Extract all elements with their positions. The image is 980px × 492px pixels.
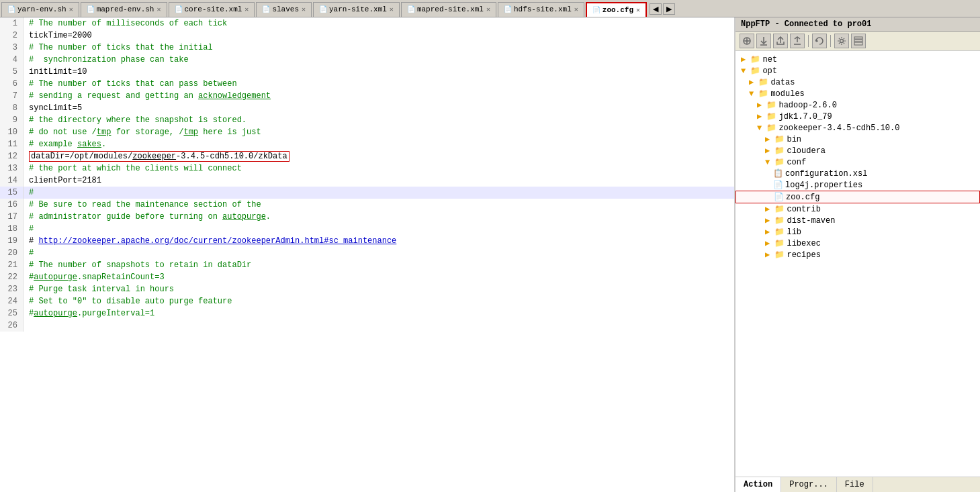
right-panel-header: NppFTP - Connected to pro01 xyxy=(736,17,980,32)
tab-nav-left[interactable]: ◀ xyxy=(650,3,662,15)
tab-label: Progr... xyxy=(789,480,828,489)
line-number: 12 xyxy=(0,150,24,162)
line-number: 17 xyxy=(0,211,24,223)
line-20: 20 # xyxy=(0,247,734,259)
line-text: # xyxy=(24,187,34,199)
tab-yarn-env[interactable]: 📄 yarn-env.sh ✕ xyxy=(1,2,79,17)
file-icon: 📄 xyxy=(87,5,95,13)
tab-close-icon[interactable]: ✕ xyxy=(486,5,490,13)
table-button[interactable] xyxy=(851,34,866,48)
file-icon: 📄 xyxy=(773,180,783,190)
tab-close-icon[interactable]: ✕ xyxy=(390,5,394,13)
line-number: 15 xyxy=(0,187,24,199)
file-tree[interactable]: ▶ 📁 net ▼ 📁 opt ▶ 📁 datas ▼ 📁 modules xyxy=(736,51,980,477)
tree-item-label: modules xyxy=(770,89,804,99)
line-text: # http://zookeeper.apache.org/doc/curren… xyxy=(24,235,396,247)
line-text: # The number of snapshots to retain in d… xyxy=(24,259,251,271)
tree-item-bin[interactable]: ▶ 📁 bin xyxy=(736,134,980,145)
tab-close-icon[interactable]: ✕ xyxy=(574,5,578,13)
line-number: 14 xyxy=(0,175,24,187)
line-13: 13 # the port at which the clients will … xyxy=(0,162,734,175)
tree-item-cloudera[interactable]: ▶ 📁 cloudera xyxy=(736,145,980,156)
panel-title: NppFTP - Connected to pro01 xyxy=(741,19,871,29)
tab-mapred-env[interactable]: 📄 mapred-env.sh ✕ xyxy=(81,2,167,17)
tab-label: mapred-site.xml xyxy=(417,5,484,13)
tree-item-contrib[interactable]: ▶ 📁 contrib xyxy=(736,203,980,215)
tab-action[interactable]: Action xyxy=(736,477,781,492)
line-23: 23 # Purge task interval in hours xyxy=(0,283,734,295)
line-25: 25 #autopurge.purgeInterval=1 xyxy=(0,307,734,319)
folder-icon: ▶ 📁 xyxy=(741,54,760,64)
tree-item-zoo-cfg[interactable]: 📄 zoo.cfg xyxy=(736,191,980,203)
svg-rect-11 xyxy=(854,42,862,45)
line-15: 15 # xyxy=(0,187,734,199)
tab-mapred-site[interactable]: 📄 mapred-site.xml ✕ xyxy=(401,2,496,17)
svg-rect-10 xyxy=(854,40,862,42)
tab-core-site[interactable]: 📄 core-site.xml ✕ xyxy=(169,2,255,17)
connect-button[interactable] xyxy=(740,34,754,48)
tab-progr[interactable]: Progr... xyxy=(781,477,837,492)
line-number: 6 xyxy=(0,78,24,90)
tree-item-net[interactable]: ▶ 📁 net xyxy=(736,54,980,65)
tree-item-modules[interactable]: ▼ 📁 modules xyxy=(736,88,980,99)
tab-close-icon[interactable]: ✕ xyxy=(636,6,640,14)
line-text: # sending a request and getting an ackno… xyxy=(24,90,271,102)
file-icon: 📄 xyxy=(319,5,327,13)
tree-item-recipes[interactable]: ▶ 📁 recipes xyxy=(736,249,980,260)
line-6: 6 # The number of ticks that can pass be… xyxy=(0,78,734,90)
tab-nav-right[interactable]: ▶ xyxy=(663,3,675,15)
line-text xyxy=(24,319,34,332)
upload-folder-button[interactable] xyxy=(773,34,788,48)
line-text: # do not use /tmp for storage, /tmp here… xyxy=(24,126,261,138)
tab-hdfs-site[interactable]: 📄 hdfs-site.xml ✕ xyxy=(498,2,584,17)
toolbar-divider xyxy=(808,35,809,47)
refresh-button[interactable] xyxy=(812,34,827,48)
folder-icon: ▶ 📁 xyxy=(765,204,785,214)
tree-item-jdk[interactable]: ▶ 📁 jdk1.7.0_79 xyxy=(736,111,980,122)
tree-item-lib[interactable]: ▶ 📁 lib xyxy=(736,226,980,238)
line-12: 12 dataDir=/opt/modules/zookeeper-3.4.5-… xyxy=(0,150,734,162)
tree-item-label: contrib xyxy=(787,205,820,214)
svg-point-8 xyxy=(840,40,844,43)
main-area: 1 # The number of milliseconds of each t… xyxy=(0,17,980,492)
xml-file-icon: 📋 xyxy=(773,168,783,179)
folder-icon: ▼ 📁 xyxy=(765,157,785,167)
tab-slaves[interactable]: 📄 slaves ✕ xyxy=(256,2,312,17)
upload-button[interactable] xyxy=(790,34,805,48)
editor-area[interactable]: 1 # The number of milliseconds of each t… xyxy=(0,17,735,492)
tab-label: zoo.cfg xyxy=(603,6,633,14)
line-8: 8 syncLimit=5 xyxy=(0,102,734,114)
tree-item-log4j[interactable]: 📄 log4j.properties xyxy=(736,179,980,191)
tree-item-label: zookeeper-3.4.5-cdh5.10.0 xyxy=(778,124,899,133)
tab-file[interactable]: File xyxy=(837,477,873,492)
tree-item-configuration-xsl[interactable]: 📋 configuration.xsl xyxy=(736,168,980,179)
tree-item-libexec[interactable]: ▶ 📁 libexec xyxy=(736,238,980,249)
line-19: 19 # http://zookeeper.apache.org/doc/cur… xyxy=(0,235,734,247)
bottom-tabs: Action Progr... File xyxy=(736,477,980,492)
folder-icon: ▼ 📁 xyxy=(741,66,760,76)
tree-item-datas[interactable]: ▶ 📁 datas xyxy=(736,77,980,88)
tab-close-icon[interactable]: ✕ xyxy=(69,5,73,13)
tab-label: File xyxy=(845,480,864,489)
tab-close-icon[interactable]: ✕ xyxy=(157,5,161,13)
tree-item-dist-maven[interactable]: ▶ 📁 dist-maven xyxy=(736,215,980,226)
line-text: # the port at which the clients will con… xyxy=(24,162,242,175)
line-number: 23 xyxy=(0,283,24,295)
download-button[interactable] xyxy=(756,34,771,48)
line-10: 10 # do not use /tmp for storage, /tmp h… xyxy=(0,126,734,138)
tab-yarn-site[interactable]: 📄 yarn-site.xml ✕ xyxy=(313,2,400,17)
tree-item-conf[interactable]: ▼ 📁 conf xyxy=(736,156,980,168)
settings-button[interactable] xyxy=(834,34,849,48)
tree-item-label: jdk1.7.0_79 xyxy=(778,112,832,121)
tab-close-icon[interactable]: ✕ xyxy=(302,5,306,13)
line-number: 22 xyxy=(0,271,24,283)
tree-item-hadoop[interactable]: ▶ 📁 hadoop-2.6.0 xyxy=(736,99,980,111)
line-26: 26 xyxy=(0,319,734,332)
tab-zoo-cfg[interactable]: 📄 zoo.cfg ✕ xyxy=(586,2,647,17)
line-11: 11 # example sakes. xyxy=(0,138,734,150)
panel-toolbar xyxy=(736,32,980,51)
folder-icon: ▶ 📁 xyxy=(765,215,785,226)
tree-item-opt[interactable]: ▼ 📁 opt xyxy=(736,65,980,77)
tree-item-zookeeper[interactable]: ▼ 📁 zookeeper-3.4.5-cdh5.10.0 xyxy=(736,122,980,134)
tab-close-icon[interactable]: ✕ xyxy=(244,5,249,13)
